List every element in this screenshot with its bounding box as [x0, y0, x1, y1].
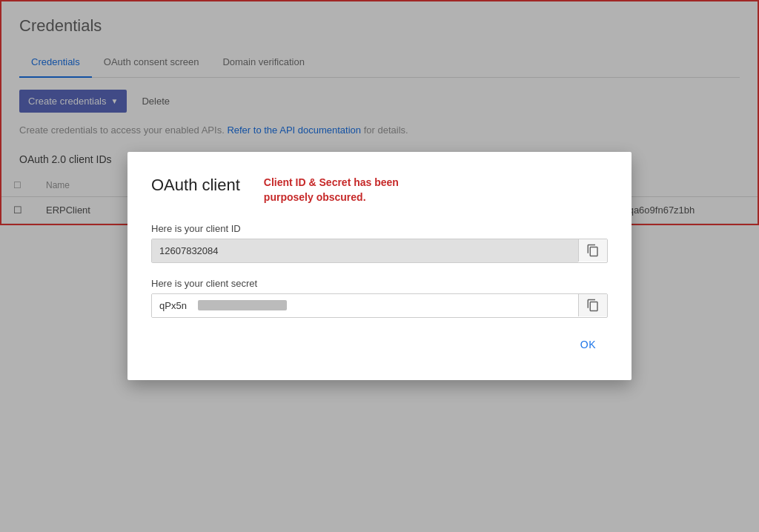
client-id-group: Here is your client ID [151, 223, 608, 225]
dialog-header: OAuth client Client ID & Secret has been… [151, 176, 608, 205]
oauth-client-dialog: OAuth client Client ID & Secret has been… [127, 152, 632, 225]
client-id-label: Here is your client ID [151, 223, 608, 225]
dialog-title: OAuth client [151, 176, 240, 195]
modal-overlay: OAuth client Client ID & Secret has been… [0, 0, 759, 225]
dialog-warning-text: Client ID & Secret has beenpurposely obs… [264, 176, 399, 205]
